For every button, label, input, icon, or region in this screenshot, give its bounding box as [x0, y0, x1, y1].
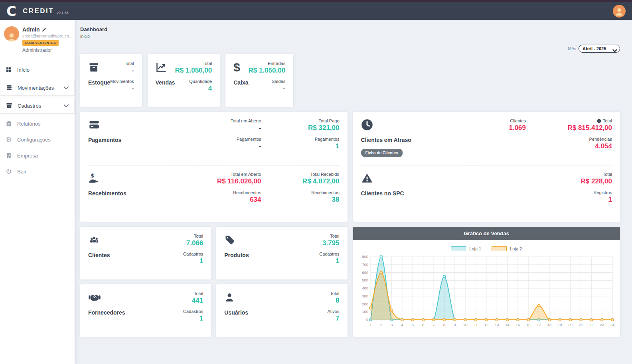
- sidebar-item-relatorios[interactable]: Relatórios: [0, 116, 75, 132]
- stat-value: 4.054: [526, 142, 612, 150]
- card-title: Produtos: [224, 252, 249, 258]
- credit-card-icon: [88, 118, 183, 131]
- legend-swatch-loja1: [451, 246, 466, 251]
- sidebar-item-cadastros[interactable]: Cadastros: [0, 98, 75, 114]
- stat-value: -: [183, 124, 261, 132]
- svg-text:13: 13: [494, 323, 499, 327]
- svg-text:14: 14: [505, 323, 510, 327]
- sales-chart: 1234567891011121314151617181920212223240…: [357, 253, 616, 331]
- chevron-down-icon: [63, 85, 69, 91]
- stat-label: Total: [183, 234, 203, 238]
- card-title: Pagamentos: [88, 137, 183, 143]
- stat-label: Pagamentos: [261, 137, 340, 142]
- stat-value: R$ 1.050,00: [175, 67, 212, 75]
- stat-value: 1.069: [458, 124, 526, 132]
- card-title: Clientes em Atraso: [361, 137, 458, 143]
- svg-text:24: 24: [610, 323, 614, 327]
- stat-label: Pendências: [526, 137, 612, 142]
- stat-value: 441: [183, 297, 203, 305]
- sidebar-item-label: Relatórios: [17, 121, 41, 127]
- clock-icon: [361, 118, 458, 131]
- svg-text:7: 7: [433, 323, 434, 327]
- box-icon: [88, 61, 110, 74]
- sidebar-item-label: Sair: [17, 169, 26, 175]
- stat-label: Total: [328, 291, 340, 296]
- chart-title: Gráfico de Vendas: [353, 227, 620, 240]
- svg-text:4: 4: [401, 323, 403, 327]
- app-title: CREDIT: [23, 7, 54, 15]
- stat-value: 1: [526, 196, 612, 204]
- profile-section: Admin credit@anronsoftware.co... LOJA VE…: [0, 20, 75, 56]
- stat-label: Total: [603, 118, 612, 123]
- stat-value: 38: [261, 196, 340, 204]
- top-accent-strip: [0, 0, 632, 2]
- card-title: Clientes: [88, 252, 110, 258]
- produtos-card: Produtos Total3.795 Cadastros1: [216, 227, 347, 279]
- stat-label: Total: [183, 291, 203, 296]
- sales-chart-card: Gráfico de Vendas Loja 1 Loja 2 12345678…: [353, 227, 620, 337]
- card-title: Caixa: [233, 79, 248, 86]
- recebimentos-section: $ Recebimentos Total em AbertoR$ 116.026…: [88, 172, 340, 217]
- svg-text:18: 18: [547, 323, 551, 327]
- svg-text:200: 200: [362, 302, 368, 306]
- edit-pencil-icon[interactable]: [42, 28, 46, 32]
- sidebar-item-empresa[interactable]: Empresa: [0, 148, 75, 163]
- stat-label: Movimentos: [110, 79, 134, 84]
- stat-label: Recebimentos: [183, 190, 261, 195]
- stat-label: Total em Aberto: [183, 172, 261, 177]
- sidebar-item-label: Início: [17, 67, 30, 73]
- svg-text:15: 15: [515, 323, 520, 327]
- sidebar-item-movimentacoes[interactable]: Movimentações: [0, 80, 75, 96]
- stat-value: 4: [175, 85, 212, 92]
- sidebar: Admin credit@anronsoftware.co... LOJA VE…: [0, 20, 75, 364]
- avatar: [4, 26, 19, 41]
- month-select[interactable]: Abril - 2025: [579, 45, 620, 53]
- stat-label: Total Recebido: [261, 172, 340, 177]
- legend-item-loja2[interactable]: Loja 2: [492, 246, 522, 251]
- sidebar-item-inicio[interactable]: Início: [0, 62, 75, 78]
- sidebar-menu: Início Movimentações Cadastros Rel: [0, 62, 75, 179]
- month-filter-label: Mês: [568, 46, 576, 51]
- svg-text:12: 12: [484, 323, 488, 327]
- sidebar-item-sair[interactable]: Sair: [0, 163, 75, 179]
- svg-text:19: 19: [558, 323, 562, 327]
- ficha-clientes-button[interactable]: Ficha de Clientes: [361, 149, 403, 157]
- svg-text:500: 500: [362, 278, 368, 282]
- app-logo: C: [6, 4, 16, 18]
- stat-value: R$ 1.050,00: [249, 67, 286, 75]
- sidebar-item-configuracoes[interactable]: ⚙ Configurações: [0, 132, 75, 148]
- stat-value: -: [110, 85, 134, 92]
- user-icon: [224, 291, 248, 304]
- breadcrumb: Início: [80, 34, 620, 39]
- svg-text:9: 9: [454, 323, 456, 327]
- stat-value: 7.066: [183, 239, 203, 247]
- stat-value: 3.795: [319, 239, 339, 247]
- legend-swatch-loja2: [492, 246, 507, 251]
- card-title: Recebimentos: [88, 190, 183, 197]
- legend-item-loja1[interactable]: Loja 1: [451, 246, 481, 251]
- power-icon: [5, 168, 12, 175]
- card-title: Clientes no SPC: [361, 190, 526, 197]
- stat-value: R$ 815.412,00: [526, 124, 612, 132]
- svg-text:6: 6: [422, 323, 424, 327]
- stat-value: 1: [319, 257, 339, 265]
- stat-value: -: [249, 85, 286, 92]
- app-header: C CREDIT v0.1.88: [0, 2, 632, 20]
- chart-line-icon: [156, 61, 175, 74]
- stat-label: Total: [110, 61, 134, 66]
- user-avatar-button[interactable]: [613, 5, 626, 18]
- user-email: credit@anronsoftware.co...: [22, 33, 71, 38]
- tag-icon: [224, 234, 249, 246]
- divider: [88, 165, 340, 165]
- stat-label: Total: [526, 172, 612, 177]
- pagamentos-recebimentos-card: Pagamentos Total em Aberto- Pagamentos- …: [80, 112, 348, 222]
- stat-value: 1: [183, 315, 203, 323]
- warning-icon: [361, 172, 526, 185]
- chart-legend: Loja 1 Loja 2: [357, 246, 616, 251]
- sidebar-item-label: Movimentações: [18, 85, 54, 91]
- stat-label: Cadastros: [183, 309, 203, 314]
- svg-text:600: 600: [362, 270, 368, 275]
- person-icon: [6, 31, 17, 41]
- stat-label: Clientes: [458, 118, 526, 123]
- svg-text:0: 0: [366, 317, 368, 322]
